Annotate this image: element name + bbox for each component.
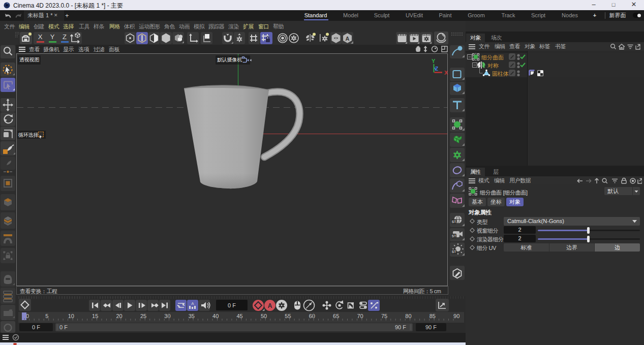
svg-text:0 F: 0 F <box>59 324 68 330</box>
svg-text:X: X <box>444 70 448 76</box>
svg-text:25: 25 <box>140 313 146 319</box>
svg-text:15: 15 <box>92 313 98 319</box>
svg-text:30: 30 <box>164 313 170 319</box>
svg-text:0 F: 0 F <box>32 324 40 330</box>
svg-text:55: 55 <box>285 313 291 319</box>
svg-text:A: A <box>346 36 350 42</box>
svg-text:60: 60 <box>309 313 315 319</box>
svg-text:65: 65 <box>333 313 339 319</box>
svg-text:90 F: 90 F <box>425 324 437 330</box>
svg-text:10: 10 <box>68 313 74 319</box>
svg-text:Z: Z <box>63 33 67 41</box>
svg-text:ST: ST <box>452 220 456 224</box>
svg-text:细分曲面: 细分曲面 <box>481 54 504 60</box>
svg-text:70: 70 <box>357 313 363 319</box>
svg-text:A: A <box>268 302 272 309</box>
svg-text:Y: Y <box>432 58 436 64</box>
svg-text:85: 85 <box>430 313 436 319</box>
svg-text:X: X <box>38 33 43 41</box>
svg-text:45: 45 <box>236 313 242 319</box>
svg-text:20: 20 <box>116 313 122 319</box>
svg-text:A: A <box>191 301 194 306</box>
svg-text:ST: ST <box>452 234 456 238</box>
svg-text:90: 90 <box>453 313 459 319</box>
svg-text:80: 80 <box>405 313 411 319</box>
svg-text:90 F: 90 F <box>395 324 406 330</box>
svg-text:5: 5 <box>45 313 48 319</box>
svg-text:75: 75 <box>381 313 387 319</box>
svg-text:对称: 对称 <box>487 62 499 69</box>
svg-text:圆柱体: 圆柱体 <box>492 71 509 77</box>
svg-text:ST: ST <box>452 250 456 254</box>
svg-text:Y: Y <box>50 33 55 41</box>
svg-text:0 F: 0 F <box>228 302 236 308</box>
svg-text:40: 40 <box>212 313 219 319</box>
svg-text:35: 35 <box>189 313 195 319</box>
svg-text:50: 50 <box>261 313 267 319</box>
